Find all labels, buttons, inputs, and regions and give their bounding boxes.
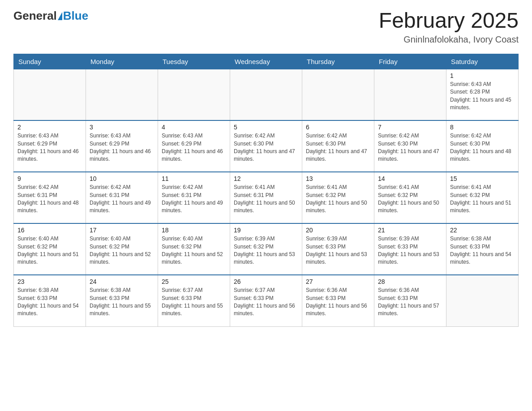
calendar-day-cell (230, 69, 302, 120)
calendar-day-cell: 26Sunrise: 6:37 AMSunset: 6:33 PMDayligh… (230, 275, 302, 326)
day-number: 22 (450, 227, 515, 234)
location-subtitle: Gninlnafolokaha, Ivory Coast (379, 34, 519, 45)
calendar-day-cell (158, 69, 230, 120)
day-number: 24 (90, 278, 154, 285)
calendar-day-cell: 24Sunrise: 6:38 AMSunset: 6:33 PMDayligh… (86, 275, 158, 326)
day-number: 3 (90, 124, 154, 131)
column-header-tuesday: Tuesday (158, 54, 230, 69)
logo-blue-text: Blue (63, 9, 88, 23)
calendar-day-cell (374, 69, 446, 120)
day-info: Sunrise: 6:43 AMSunset: 6:29 PMDaylight:… (90, 132, 154, 163)
day-info: Sunrise: 6:42 AMSunset: 6:30 PMDaylight:… (234, 132, 298, 163)
day-number: 27 (306, 278, 370, 285)
day-info: Sunrise: 6:42 AMSunset: 6:30 PMDaylight:… (450, 132, 515, 163)
calendar-day-cell: 2Sunrise: 6:43 AMSunset: 6:29 PMDaylight… (14, 120, 86, 172)
day-number: 21 (378, 227, 442, 234)
logo: General Blue (13, 9, 88, 23)
calendar-week-row: 2Sunrise: 6:43 AMSunset: 6:29 PMDaylight… (14, 120, 519, 172)
column-header-sunday: Sunday (14, 54, 86, 69)
calendar-week-row: 16Sunrise: 6:40 AMSunset: 6:32 PMDayligh… (14, 223, 519, 275)
calendar-day-cell: 11Sunrise: 6:42 AMSunset: 6:31 PMDayligh… (158, 172, 230, 223)
calendar-day-cell: 16Sunrise: 6:40 AMSunset: 6:32 PMDayligh… (14, 223, 86, 275)
day-number: 15 (450, 175, 515, 182)
day-number: 20 (306, 227, 370, 234)
day-number: 28 (378, 278, 442, 285)
day-number: 25 (162, 278, 226, 285)
day-info: Sunrise: 6:41 AMSunset: 6:32 PMDaylight:… (306, 184, 370, 215)
calendar-day-cell (86, 69, 158, 120)
day-number: 26 (234, 278, 298, 285)
day-info: Sunrise: 6:42 AMSunset: 6:31 PMDaylight:… (162, 184, 226, 215)
calendar-day-cell: 1Sunrise: 6:43 AMSunset: 6:28 PMDaylight… (446, 69, 519, 120)
day-number: 9 (17, 175, 82, 182)
calendar-day-cell: 28Sunrise: 6:36 AMSunset: 6:33 PMDayligh… (374, 275, 446, 326)
day-number: 17 (90, 227, 154, 234)
day-number: 10 (90, 175, 154, 182)
calendar-day-cell: 3Sunrise: 6:43 AMSunset: 6:29 PMDaylight… (86, 120, 158, 172)
day-number: 5 (234, 124, 298, 131)
calendar-day-cell: 6Sunrise: 6:42 AMSunset: 6:30 PMDaylight… (302, 120, 374, 172)
day-info: Sunrise: 6:43 AMSunset: 6:29 PMDaylight:… (162, 132, 226, 163)
calendar-day-cell: 17Sunrise: 6:40 AMSunset: 6:32 PMDayligh… (86, 223, 158, 275)
day-number: 16 (17, 227, 82, 234)
calendar-day-cell: 12Sunrise: 6:41 AMSunset: 6:31 PMDayligh… (230, 172, 302, 223)
day-info: Sunrise: 6:36 AMSunset: 6:33 PMDaylight:… (378, 287, 442, 318)
calendar-day-cell: 13Sunrise: 6:41 AMSunset: 6:32 PMDayligh… (302, 172, 374, 223)
calendar-day-cell: 10Sunrise: 6:42 AMSunset: 6:31 PMDayligh… (86, 172, 158, 223)
column-header-saturday: Saturday (446, 54, 519, 69)
column-header-wednesday: Wednesday (230, 54, 302, 69)
day-number: 6 (306, 124, 370, 131)
day-info: Sunrise: 6:40 AMSunset: 6:32 PMDaylight:… (90, 235, 154, 266)
day-number: 8 (450, 124, 515, 131)
day-info: Sunrise: 6:38 AMSunset: 6:33 PMDaylight:… (17, 287, 82, 318)
page-header: General Blue February 2025 Gninlnafoloka… (13, 9, 519, 45)
day-number: 18 (162, 227, 226, 234)
day-info: Sunrise: 6:38 AMSunset: 6:33 PMDaylight:… (450, 235, 515, 266)
day-info: Sunrise: 6:36 AMSunset: 6:33 PMDaylight:… (306, 287, 370, 318)
day-info: Sunrise: 6:42 AMSunset: 6:31 PMDaylight:… (17, 184, 82, 215)
calendar-day-cell: 21Sunrise: 6:39 AMSunset: 6:33 PMDayligh… (374, 223, 446, 275)
logo-general-text: General (13, 9, 57, 23)
day-info: Sunrise: 6:38 AMSunset: 6:33 PMDaylight:… (90, 287, 154, 318)
day-info: Sunrise: 6:43 AMSunset: 6:28 PMDaylight:… (450, 81, 515, 112)
calendar-day-cell (302, 69, 374, 120)
calendar-day-cell: 23Sunrise: 6:38 AMSunset: 6:33 PMDayligh… (14, 275, 86, 326)
title-block: February 2025 Gninlnafolokaha, Ivory Coa… (379, 9, 519, 45)
day-info: Sunrise: 6:42 AMSunset: 6:30 PMDaylight:… (306, 132, 370, 163)
column-header-monday: Monday (86, 54, 158, 69)
column-header-thursday: Thursday (302, 54, 374, 69)
day-info: Sunrise: 6:43 AMSunset: 6:29 PMDaylight:… (17, 132, 82, 163)
month-year-title: February 2025 (379, 9, 519, 33)
day-info: Sunrise: 6:39 AMSunset: 6:33 PMDaylight:… (306, 235, 370, 266)
day-info: Sunrise: 6:42 AMSunset: 6:31 PMDaylight:… (90, 184, 154, 215)
day-number: 1 (450, 72, 515, 79)
day-info: Sunrise: 6:37 AMSunset: 6:33 PMDaylight:… (234, 287, 298, 318)
calendar-week-row: 9Sunrise: 6:42 AMSunset: 6:31 PMDaylight… (14, 172, 519, 223)
calendar-day-cell: 27Sunrise: 6:36 AMSunset: 6:33 PMDayligh… (302, 275, 374, 326)
calendar-day-cell: 15Sunrise: 6:41 AMSunset: 6:32 PMDayligh… (446, 172, 519, 223)
day-info: Sunrise: 6:39 AMSunset: 6:33 PMDaylight:… (378, 235, 442, 266)
calendar-week-row: 23Sunrise: 6:38 AMSunset: 6:33 PMDayligh… (14, 275, 519, 326)
day-number: 12 (234, 175, 298, 182)
column-header-friday: Friday (374, 54, 446, 69)
calendar-day-cell: 14Sunrise: 6:41 AMSunset: 6:32 PMDayligh… (374, 172, 446, 223)
calendar-day-cell: 5Sunrise: 6:42 AMSunset: 6:30 PMDaylight… (230, 120, 302, 172)
day-info: Sunrise: 6:41 AMSunset: 6:32 PMDaylight:… (450, 184, 515, 215)
calendar-table: SundayMondayTuesdayWednesdayThursdayFrid… (13, 54, 519, 327)
day-number: 4 (162, 124, 226, 131)
calendar-day-cell: 9Sunrise: 6:42 AMSunset: 6:31 PMDaylight… (14, 172, 86, 223)
day-info: Sunrise: 6:41 AMSunset: 6:31 PMDaylight:… (234, 184, 298, 215)
day-info: Sunrise: 6:40 AMSunset: 6:32 PMDaylight:… (162, 235, 226, 266)
day-number: 13 (306, 175, 370, 182)
day-number: 14 (378, 175, 442, 182)
day-info: Sunrise: 6:42 AMSunset: 6:30 PMDaylight:… (378, 132, 442, 163)
day-info: Sunrise: 6:37 AMSunset: 6:33 PMDaylight:… (162, 287, 226, 318)
calendar-day-cell: 18Sunrise: 6:40 AMSunset: 6:32 PMDayligh… (158, 223, 230, 275)
day-info: Sunrise: 6:41 AMSunset: 6:32 PMDaylight:… (378, 184, 442, 215)
calendar-day-cell: 7Sunrise: 6:42 AMSunset: 6:30 PMDaylight… (374, 120, 446, 172)
day-info: Sunrise: 6:39 AMSunset: 6:32 PMDaylight:… (234, 235, 298, 266)
day-number: 19 (234, 227, 298, 234)
calendar-day-cell: 22Sunrise: 6:38 AMSunset: 6:33 PMDayligh… (446, 223, 519, 275)
calendar-day-cell (14, 69, 86, 120)
day-info: Sunrise: 6:40 AMSunset: 6:32 PMDaylight:… (17, 235, 82, 266)
